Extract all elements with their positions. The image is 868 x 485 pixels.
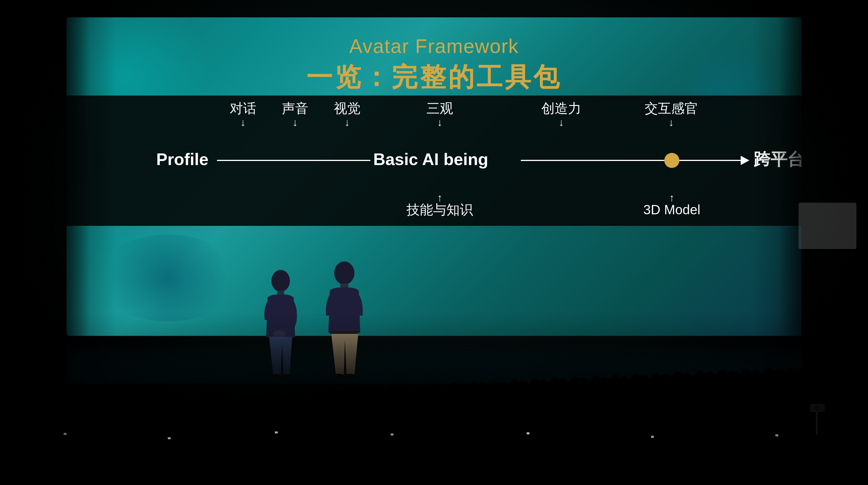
arrow-shijue: ↓ xyxy=(345,116,350,128)
svg-rect-16 xyxy=(651,436,654,438)
presentation-screen: Avatar Framework 一览：完整的工具包 对话 ↓ 声音 ↓ 视觉 … xyxy=(66,18,802,336)
label-duihua: 对话 xyxy=(230,101,256,116)
arrow-shengyin: ↓ xyxy=(292,116,298,128)
label-3dmodel: 3D Model xyxy=(644,202,701,217)
bg-blob-3 xyxy=(95,234,240,321)
side-panel-hint xyxy=(799,203,857,249)
svg-rect-15 xyxy=(527,432,529,434)
vignette-left xyxy=(0,0,116,485)
audience-silhouette xyxy=(0,335,868,485)
arrow-chuangzaoli: ↓ xyxy=(559,116,564,128)
svg-point-0 xyxy=(271,270,290,292)
svg-rect-14 xyxy=(391,433,394,435)
label-jiaohu: 交互感官 xyxy=(645,101,698,116)
slide-title-area: Avatar Framework 一览：完整的工具包 xyxy=(66,35,802,95)
label-shijue: 视觉 xyxy=(334,101,361,116)
label-sanguan: 三观 xyxy=(427,101,453,116)
slide-title-english: Avatar Framework xyxy=(66,35,802,57)
svg-rect-10 xyxy=(0,335,868,485)
label-jineng: 技能与知识 xyxy=(406,202,473,217)
arrow-jiaohu: ↓ xyxy=(669,116,674,128)
node-basic-ai: Basic AI being xyxy=(373,150,488,169)
highlight-dot xyxy=(664,153,679,168)
arrow-duihua: ↓ xyxy=(241,116,246,128)
arrow-sanguan: ↓ xyxy=(437,116,442,128)
diagram-svg: 对话 ↓ 声音 ↓ 视觉 ↓ 三观 ↓ 创造力 ↓ 交互感官 ↓ Profile… xyxy=(133,95,802,226)
slide-title-chinese: 一览：完整的工具包 xyxy=(66,60,802,95)
arrow-right xyxy=(741,156,749,165)
arrow-jineng-up: ↑ xyxy=(437,192,442,204)
arrow-3dmodel-up: ↑ xyxy=(669,192,675,204)
label-chuangzaoli: 创造力 xyxy=(541,101,581,116)
svg-rect-13 xyxy=(275,431,278,433)
node-profile: Profile xyxy=(156,150,209,169)
svg-point-5 xyxy=(334,261,354,285)
label-shengyin: 声音 xyxy=(282,101,308,116)
svg-rect-12 xyxy=(168,437,171,439)
